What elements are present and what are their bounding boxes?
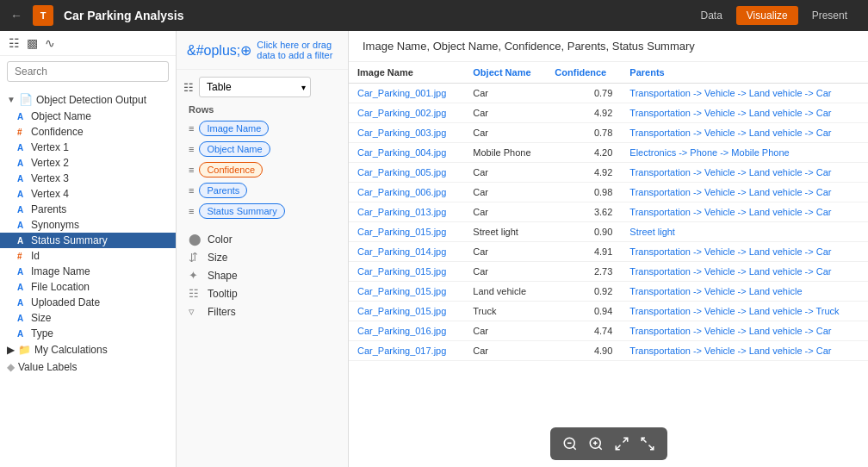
cell-confidence: 4.92 (546, 163, 621, 183)
col-image-name[interactable]: Image Name (349, 62, 464, 84)
cell-parents: Transportation -> Vehicle -> Land vehicl… (621, 262, 868, 282)
sidebar-label-status-summary: Status Summary (31, 234, 108, 246)
table-body: Car_Parking_001.jpg Car 0.79 Transportat… (349, 84, 868, 361)
cell-parents: Transportation -> Vehicle -> Land vehicl… (621, 84, 868, 103)
cell-parents: Transportation -> Vehicle -> Land vehicl… (621, 321, 868, 341)
cell-image-name[interactable]: Car_Parking_005.jpg (349, 163, 464, 183)
sidebar-label-synonyms: Synonyms (31, 219, 79, 231)
zoom-in-button[interactable] (585, 433, 607, 455)
table-row: Car_Parking_003.jpg Car 0.78 Transportat… (349, 123, 868, 143)
shelf-row-confidence[interactable]: ≡ Confidence (183, 159, 341, 180)
cell-image-name[interactable]: Car_Parking_015.jpg (349, 282, 464, 302)
sidebar-label-image-name: Image Name (31, 265, 90, 277)
cell-object-name: Car (464, 262, 546, 282)
cell-parents: Transportation -> Vehicle -> Land vehicl… (621, 123, 868, 143)
sidebar-item-synonyms[interactable]: A Synonyms (0, 217, 176, 233)
svg-line-4 (598, 446, 601, 449)
sidebar-item-confidence[interactable]: # Confidence (0, 124, 176, 140)
nav-present[interactable]: Present (802, 6, 858, 25)
cell-image-name[interactable]: Car_Parking_003.jpg (349, 123, 464, 143)
shelf-pill-image-name: Image Name (199, 121, 269, 136)
table-row: Car_Parking_014.jpg Car 4.91 Transportat… (349, 242, 868, 262)
zoom-out-button[interactable] (559, 433, 581, 455)
search-input[interactable] (7, 61, 169, 82)
sidebar-item-vertex2[interactable]: A Vertex 2 (0, 155, 176, 171)
sidebar-label-vertex4: Vertex 4 (31, 188, 69, 200)
cell-image-name[interactable]: Car_Parking_016.jpg (349, 321, 464, 341)
shelf-row-status-summary[interactable]: ≡ Status Summary (183, 201, 341, 221)
sidebar-item-object-name[interactable]: A Object Name (0, 109, 176, 124)
filters-label: Filters (208, 306, 236, 318)
shelf-row-parents[interactable]: ≡ Parents (183, 180, 341, 201)
svg-line-9 (642, 438, 646, 442)
col-parents[interactable]: Parents (621, 62, 868, 84)
analytics-icon[interactable]: ∿ (45, 36, 55, 50)
fit-to-screen-button[interactable] (611, 433, 633, 455)
nav-data[interactable]: Data (690, 6, 732, 25)
sidebar-item-image-name[interactable]: A Image Name (0, 264, 176, 279)
my-calculations-item[interactable]: ▶ 📁 My Calculations (0, 341, 176, 358)
sidebar-item-file-location[interactable]: A File Location (0, 279, 176, 295)
type-icon-a-selected: A (17, 236, 28, 246)
shape-section[interactable]: ✦ Shape (183, 266, 341, 284)
type-icon-a: A (17, 112, 28, 121)
shelf-row-image-name[interactable]: ≡ Image Name (183, 118, 341, 139)
sidebar-item-size[interactable]: A Size (0, 310, 176, 326)
sidebar-item-parents[interactable]: A Parents (0, 202, 176, 217)
cell-image-name[interactable]: Car_Parking_013.jpg (349, 202, 464, 222)
table-row: Car_Parking_015.jpg Truck 0.94 Transport… (349, 302, 868, 321)
marks-type-select[interactable]: Table (199, 77, 311, 97)
cell-image-name[interactable]: Car_Parking_017.jpg (349, 341, 464, 361)
sidebar-item-status-summary[interactable]: A Status Summary (0, 233, 176, 248)
sidebar-item-uploaded-date[interactable]: A Uploaded Date (0, 295, 176, 310)
cell-object-name: Car (464, 202, 546, 222)
value-labels-item[interactable]: ◆ Value Labels (0, 358, 176, 376)
nav-visualize[interactable]: Visualize (736, 6, 798, 25)
cell-image-name[interactable]: Car_Parking_004.jpg (349, 143, 464, 163)
type-icon-a: A (17, 205, 28, 215)
cell-image-name[interactable]: Car_Parking_015.jpg (349, 222, 464, 242)
tooltip-section[interactable]: ☷ Tooltip (183, 284, 341, 302)
sidebar-label-parents: Parents (31, 203, 66, 215)
app-logo: T (33, 5, 53, 26)
cell-object-name: Car (464, 103, 546, 123)
table-row: Car_Parking_001.jpg Car 0.79 Transportat… (349, 84, 868, 103)
type-icon-a: A (17, 314, 28, 323)
shelf-row-object-name[interactable]: ≡ Object Name (183, 139, 341, 159)
cell-image-name[interactable]: Car_Parking_015.jpg (349, 302, 464, 321)
table-row: Car_Parking_016.jpg Car 4.74 Transportat… (349, 321, 868, 341)
color-section[interactable]: ⬤ Color (183, 230, 341, 248)
cell-image-name[interactable]: Car_Parking_015.jpg (349, 262, 464, 282)
cell-image-name[interactable]: Car_Parking_001.jpg (349, 84, 464, 103)
col-object-name[interactable]: Object Name (464, 62, 546, 84)
cell-object-name: Car (464, 123, 546, 143)
sidebar-item-vertex3[interactable]: A Vertex 3 (0, 171, 176, 186)
search-bar (0, 56, 176, 87)
cell-object-name: Truck (464, 302, 546, 321)
filter-bar[interactable]: &#oplus;⊕ Click here or drag data to add… (177, 31, 348, 70)
tooltip-label: Tooltip (208, 288, 238, 300)
col-confidence[interactable]: Confidence (546, 62, 621, 84)
svg-line-8 (616, 445, 620, 450)
cell-confidence: 0.90 (546, 222, 621, 242)
cell-image-name[interactable]: Car_Parking_014.jpg (349, 242, 464, 262)
calculations-label: My Calculations (34, 344, 108, 356)
reset-zoom-button[interactable] (636, 433, 659, 455)
chart-icon[interactable]: ▩ (27, 36, 38, 50)
sidebar-item-vertex4[interactable]: A Vertex 4 (0, 186, 176, 202)
back-button[interactable]: ← (10, 9, 22, 22)
sidebar-item-type[interactable]: A Type (0, 326, 176, 341)
filters-section[interactable]: ▿ Filters (183, 302, 341, 321)
tree-root-header[interactable]: ▼ 📄 Object Detection Output (0, 90, 176, 109)
svg-line-10 (648, 445, 653, 450)
cell-confidence: 4.20 (546, 143, 621, 163)
cell-image-name[interactable]: Car_Parking_006.jpg (349, 183, 464, 202)
cell-parents: Transportation -> Vehicle -> Land vehicl… (621, 183, 868, 202)
sidebar-item-id[interactable]: # Id (0, 248, 176, 264)
size-section[interactable]: ⇵ Size (183, 248, 341, 266)
type-icon-a: A (17, 283, 28, 292)
data-table-wrap[interactable]: Image Name Object Name Confidence Parent… (349, 62, 868, 467)
cell-image-name[interactable]: Car_Parking_002.jpg (349, 103, 464, 123)
sidebar-item-vertex1[interactable]: A Vertex 1 (0, 140, 176, 155)
table-icon[interactable]: ☷ (9, 36, 20, 50)
